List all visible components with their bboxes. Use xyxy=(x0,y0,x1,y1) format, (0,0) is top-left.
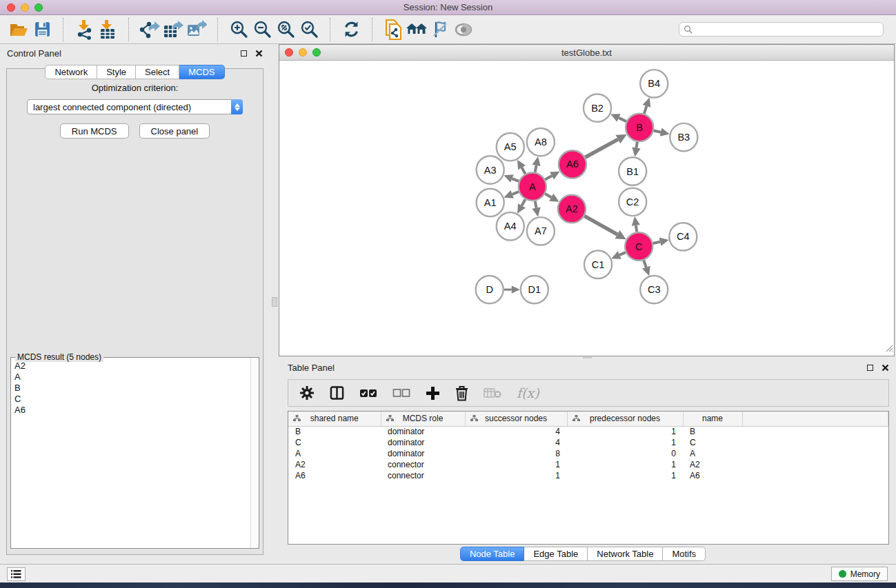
show-columns-icon[interactable] xyxy=(330,385,344,401)
vertical-splitter-handle[interactable] xyxy=(272,297,277,307)
close-panel-icon[interactable] xyxy=(255,50,263,57)
tab-edge-table[interactable]: Edge Table xyxy=(524,547,588,561)
graph-node-C4[interactable]: C4 xyxy=(669,223,697,250)
table-settings-gear-icon[interactable] xyxy=(299,385,315,401)
edge-C-C4[interactable] xyxy=(653,242,660,243)
table-row[interactable]: A2connector11A2 xyxy=(288,459,888,470)
open-file-icon[interactable] xyxy=(7,18,30,41)
tab-network-table[interactable]: Network Table xyxy=(588,547,663,561)
export-network-icon[interactable] xyxy=(138,18,161,41)
tab-mcds[interactable]: MCDS xyxy=(179,65,224,79)
task-history-button[interactable] xyxy=(7,567,26,581)
graph-node-B[interactable]: B xyxy=(626,114,653,141)
zoom-out-icon[interactable] xyxy=(250,18,274,41)
edge-C-C1[interactable] xyxy=(619,252,626,255)
close-panel-button[interactable]: Close panel xyxy=(139,123,210,139)
graph-node-B1[interactable]: B1 xyxy=(619,157,646,185)
graph-node-A3[interactable]: A3 xyxy=(477,156,504,183)
import-table-icon[interactable] xyxy=(96,18,119,41)
edge-A-A1[interactable] xyxy=(512,192,519,194)
graph-node-B3[interactable]: B3 xyxy=(670,123,697,151)
bird-view-eye-icon[interactable] xyxy=(452,18,475,41)
memory-button[interactable]: Memory xyxy=(831,567,888,581)
table-row[interactable]: Cdominator41C xyxy=(288,437,888,448)
graph-node-A7[interactable]: A7 xyxy=(527,217,555,245)
export-table-icon[interactable] xyxy=(161,18,185,41)
graph-node-A8[interactable]: A8 xyxy=(527,128,555,156)
column-header-predecessor-nodes[interactable]: predecessor nodes xyxy=(567,412,683,426)
export-image-icon[interactable] xyxy=(185,18,208,41)
unselect-all-columns-icon[interactable] xyxy=(392,388,410,398)
show-graphics-details-icon[interactable] xyxy=(428,18,452,41)
graph-node-A4[interactable]: A4 xyxy=(497,212,524,240)
graph-node-B4[interactable]: B4 xyxy=(640,70,668,97)
tab-node-table[interactable]: Node Table xyxy=(460,547,525,561)
refresh-icon[interactable] xyxy=(339,18,363,41)
graph-node-A6[interactable]: A6 xyxy=(559,150,586,178)
create-column-plus-icon[interactable] xyxy=(426,386,440,401)
edge-B-B2[interactable] xyxy=(619,118,626,121)
table-row[interactable]: Adominator80A xyxy=(288,448,888,459)
svg-text:A4: A4 xyxy=(504,221,517,232)
float-table-panel-icon[interactable] xyxy=(867,365,873,371)
result-scrollbar[interactable] xyxy=(250,358,259,548)
graph-node-A[interactable]: A xyxy=(519,173,546,201)
edge-A-A2[interactable] xyxy=(545,194,551,197)
column-header-successor-nodes[interactable]: successor nodes xyxy=(465,412,567,426)
graph-node-A2[interactable]: A2 xyxy=(558,195,586,223)
result-item[interactable]: A xyxy=(12,372,250,383)
zoom-in-icon[interactable] xyxy=(227,18,250,41)
result-item[interactable]: C xyxy=(12,394,250,405)
table-row[interactable]: Bdominator41B xyxy=(288,426,888,437)
edge-A6-B[interactable] xyxy=(585,139,618,157)
graph-node-C1[interactable]: C1 xyxy=(584,251,612,278)
edge-A-A3[interactable] xyxy=(512,179,519,181)
tab-style[interactable]: Style xyxy=(97,65,136,79)
run-mcds-button[interactable]: Run MCDS xyxy=(60,123,129,139)
column-header-shared-name[interactable]: shared name xyxy=(288,412,381,426)
edge-C-C2[interactable] xyxy=(636,225,637,232)
select-all-columns-icon[interactable] xyxy=(359,387,377,398)
tab-select[interactable]: Select xyxy=(136,65,179,79)
edge-B-B4[interactable] xyxy=(644,106,647,114)
graph-node-C2[interactable]: C2 xyxy=(619,188,646,216)
import-network-icon[interactable] xyxy=(72,18,96,41)
edge-A2-C[interactable] xyxy=(584,216,617,234)
save-session-icon[interactable] xyxy=(30,18,54,41)
optimization-criterion-dropdown[interactable]: largest connected component (directed) xyxy=(27,99,243,114)
graph-node-D[interactable]: D xyxy=(476,276,504,303)
copy-network-icon[interactable] xyxy=(381,18,405,41)
tab-motifs[interactable]: Motifs xyxy=(663,547,706,561)
graph-node-A1[interactable]: A1 xyxy=(477,189,504,216)
graph-node-C3[interactable]: C3 xyxy=(640,276,668,303)
table-row[interactable]: A6connector11A6 xyxy=(288,470,888,481)
float-panel-icon[interactable] xyxy=(241,50,247,57)
edge-A-A4[interactable] xyxy=(521,199,525,205)
result-item[interactable]: B xyxy=(12,383,250,394)
graph-node-C[interactable]: C xyxy=(625,232,653,260)
column-header-name[interactable]: name xyxy=(683,412,742,426)
close-table-panel-icon[interactable] xyxy=(882,364,889,372)
edge-A-A7[interactable] xyxy=(535,201,537,208)
search-input[interactable] xyxy=(695,25,879,34)
graph-node-D1[interactable]: D1 xyxy=(521,276,548,303)
search-box[interactable] xyxy=(679,22,884,37)
column-header-MCDS-role[interactable]: MCDS role xyxy=(381,412,465,426)
tab-network[interactable]: Network xyxy=(45,65,97,79)
network-canvas[interactable]: B4B2BB3A8A5A6A3B1AC2A1A2A4A7C4CC1C3DD1 xyxy=(279,61,894,356)
window-resize-grip[interactable] xyxy=(884,343,893,355)
edge-A-A5[interactable] xyxy=(521,168,525,174)
home-layout-icon[interactable] xyxy=(405,18,428,41)
edge-A-A6[interactable] xyxy=(545,176,552,179)
zoom-fit-icon[interactable] xyxy=(274,18,297,41)
graph-node-A5[interactable]: A5 xyxy=(497,133,524,161)
graph-node-B2[interactable]: B2 xyxy=(584,94,611,121)
result-item[interactable]: A2 xyxy=(12,361,250,372)
zoom-selected-icon[interactable] xyxy=(297,18,321,41)
edge-B-B1[interactable] xyxy=(636,142,637,148)
edge-C-C3[interactable] xyxy=(644,260,646,267)
edge-B-B3[interactable] xyxy=(654,130,661,132)
result-item[interactable]: A6 xyxy=(12,405,250,416)
edge-A-A8[interactable] xyxy=(535,165,537,172)
delete-column-trash-icon[interactable] xyxy=(455,385,468,401)
